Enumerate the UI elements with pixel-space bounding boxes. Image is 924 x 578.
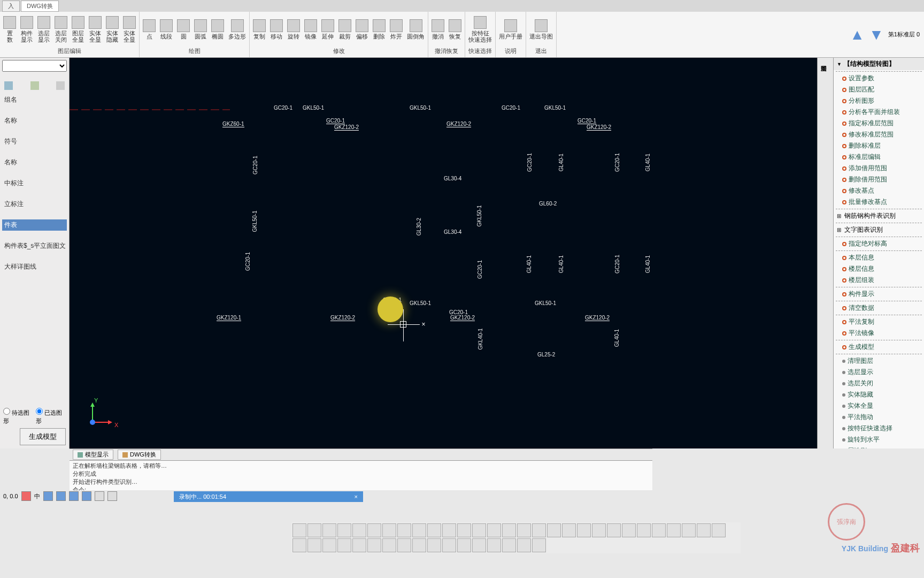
tree-item[interactable]: 立标注 <box>2 199 67 210</box>
tool-icon-19[interactable] <box>577 523 591 537</box>
tool-icon-41[interactable] <box>472 538 486 552</box>
tool-icon-9[interactable] <box>427 523 441 537</box>
tool-icon-6[interactable] <box>382 523 396 537</box>
tab-model-view[interactable]: 模型显示 <box>73 450 113 460</box>
tool-icon-35[interactable] <box>382 538 396 552</box>
action-平法镜像[interactable]: 平法镜像 <box>834 328 924 339</box>
tree-item[interactable]: 组名 <box>2 94 67 105</box>
ribbon-恢复[interactable]: 恢复 <box>448 18 463 41</box>
tree-item[interactable]: 件表 <box>2 219 67 231</box>
tree-item[interactable]: 中标注 <box>2 178 67 189</box>
ribbon-复制[interactable]: 复制 <box>252 18 267 41</box>
action-选层显示[interactable]: 选层显示 <box>834 367 924 378</box>
tool-icon-36[interactable] <box>397 538 411 552</box>
tool-icon-2[interactable] <box>322 523 336 537</box>
tree-item[interactable]: 名称 <box>2 157 67 168</box>
ribbon-实体隐藏[interactable]: 实体 隐藏 <box>105 15 120 44</box>
tool-icon-42[interactable] <box>487 538 501 552</box>
tab-insert[interactable]: 入 <box>2 1 20 12</box>
tool-icon-29[interactable] <box>292 538 306 552</box>
action-构件显示[interactable]: 构件显示 <box>834 288 924 300</box>
action-添加借用范围[interactable]: 添加借用范围 <box>834 163 924 174</box>
tool-icon-3[interactable] <box>337 523 351 537</box>
tree-item[interactable]: 符号 <box>2 136 67 147</box>
delete-icon[interactable] <box>56 81 65 90</box>
tool-icon-13[interactable] <box>487 523 501 537</box>
tool-icon-5[interactable] <box>367 523 381 537</box>
action-指定绝对标高[interactable]: 指定绝对标高 <box>834 238 924 249</box>
action-清理图层[interactable]: 清理图层 <box>834 355 924 367</box>
tree-item[interactable]: 构件表$_s平立面图文 <box>2 240 67 252</box>
action-本层信息[interactable]: 本层信息 <box>834 252 924 263</box>
list-icon[interactable] <box>30 81 39 90</box>
ribbon-镜像[interactable]: 镜像 <box>303 18 318 41</box>
tool-icon-18[interactable] <box>562 523 576 537</box>
ribbon-圆[interactable]: 圆 <box>176 18 191 41</box>
ribbon-圆倒角[interactable]: 圆倒角 <box>406 18 426 41</box>
action-分析图形[interactable]: 分析图形 <box>834 95 924 107</box>
tab-dwg-view[interactable]: DWG转换 <box>118 450 161 460</box>
ribbon-按特征快速选择[interactable]: 按特征 快速选择 <box>467 15 493 44</box>
action-平法复制[interactable]: 平法复制 <box>834 316 924 328</box>
tool-icon-16[interactable] <box>532 523 546 537</box>
tool-icon-14[interactable] <box>502 523 516 537</box>
ime-icon[interactable] <box>21 491 31 501</box>
floor-indicator[interactable]: 第1标准层 0 <box>888 31 920 39</box>
action-楼层组装[interactable]: 楼层组装 <box>834 275 924 286</box>
status-apps-icon[interactable] <box>82 491 91 501</box>
action-分析各平面并组装[interactable]: 分析各平面并组装 <box>834 107 924 118</box>
tool-icon-25[interactable] <box>667 523 681 537</box>
action-图层匹配[interactable]: 图层匹配 <box>834 84 924 95</box>
ribbon-图层全显[interactable]: 图层 全显 <box>71 15 86 44</box>
generate-model-button[interactable]: 生成模型 <box>20 428 66 445</box>
action-删除借用范围[interactable]: 删除借用范围 <box>834 174 924 185</box>
action-实体隐藏[interactable]: 实体隐藏 <box>834 389 924 400</box>
layer-tree[interactable]: 组名名称符号名称中标注立标注件表构件表$_s平立面图文大样详图线 <box>0 92 69 405</box>
action-标准层编辑[interactable]: 标准层编辑 <box>834 151 924 163</box>
ribbon-删除[interactable]: 删除 <box>372 18 387 41</box>
ribbon-选层显示[interactable]: 选层 显示 <box>36 15 51 44</box>
tool-icon-24[interactable] <box>652 523 666 537</box>
action-删除标准层[interactable]: 删除标准层 <box>834 140 924 151</box>
tool-icon-23[interactable] <box>637 523 651 537</box>
tool-icon-38[interactable] <box>427 538 441 552</box>
ribbon-线段[interactable]: 线段 <box>159 18 174 41</box>
action-属性刷[interactable]: 属性刷 <box>834 445 924 448</box>
ribbon-圆弧[interactable]: 圆弧 <box>193 18 208 41</box>
ribbon-偏移[interactable]: 偏移 <box>355 18 369 41</box>
tree-expand-rebar[interactable]: ⊞钢筋钢构件表识别 <box>834 210 924 222</box>
action-生成模型[interactable]: 生成模型 <box>834 341 924 353</box>
ribbon-裁剪[interactable]: 裁剪 <box>337 18 352 41</box>
ribbon-置数[interactable]: 置 数 <box>2 15 17 44</box>
tool-icon-33[interactable] <box>352 538 366 552</box>
ribbon-撤消[interactable]: 撤消 <box>430 18 445 41</box>
layer-select[interactable] <box>2 60 67 72</box>
ribbon-延伸[interactable]: 延伸 <box>320 18 335 41</box>
tree-item[interactable]: 大样详图线 <box>2 261 67 272</box>
tool-icon-31[interactable] <box>322 538 336 552</box>
tool-icon-7[interactable] <box>397 523 411 537</box>
tool-icon-10[interactable] <box>442 523 456 537</box>
tool-icon-22[interactable] <box>622 523 636 537</box>
status-mic-icon[interactable] <box>43 491 53 501</box>
tool-icon-37[interactable] <box>412 538 426 552</box>
arrow-up-icon[interactable]: ▲ <box>850 26 865 43</box>
props-icon[interactable] <box>4 81 13 90</box>
status-ortho-icon[interactable] <box>95 491 104 501</box>
radio-selected[interactable]: 已选图形 <box>36 408 66 425</box>
tool-icon-45[interactable] <box>532 538 546 552</box>
ribbon-退出导图[interactable]: 退出导图 <box>528 18 554 41</box>
tool-icon-26[interactable] <box>682 523 696 537</box>
ribbon-选层关闭[interactable]: 选层 关闭 <box>53 15 68 44</box>
status-snap-icon[interactable] <box>69 491 79 501</box>
tool-icon-1[interactable] <box>307 523 321 537</box>
action-清空数据[interactable]: 清空数据 <box>834 302 924 314</box>
arrow-down-icon[interactable]: ▼ <box>869 26 884 43</box>
tab-dwg-convert[interactable]: DWG转换 <box>21 1 59 12</box>
ribbon-构件显示[interactable]: 构件 显示 <box>19 15 34 44</box>
tool-icon-44[interactable] <box>517 538 531 552</box>
tool-icon-0[interactable] <box>292 523 306 537</box>
ribbon-旋转[interactable]: 旋转 <box>286 18 301 41</box>
ribbon-椭圆[interactable]: 椭圆 <box>210 18 225 41</box>
tool-icon-40[interactable] <box>457 538 471 552</box>
